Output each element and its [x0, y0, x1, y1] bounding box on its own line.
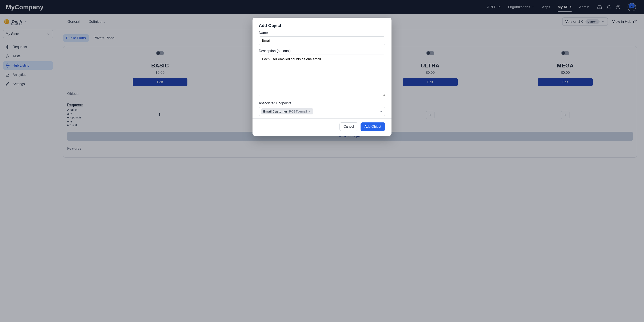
name-field-label: Name: [259, 31, 385, 35]
associated-endpoints-select[interactable]: Email Customer POST /email ✕: [259, 107, 385, 116]
endpoint-chip-name: Email Customer: [263, 110, 287, 113]
endpoint-chip: Email Customer POST /email ✕: [261, 108, 313, 114]
chevron-down-icon: [380, 110, 383, 113]
description-field-label: Description (optional): [259, 49, 385, 53]
modal-title: Add Object: [259, 23, 385, 28]
endpoint-chip-detail: POST /email: [289, 110, 307, 113]
description-textarea[interactable]: [259, 55, 385, 96]
chip-remove-icon[interactable]: ✕: [308, 110, 311, 113]
add-object-submit-button[interactable]: Add Object: [360, 122, 385, 131]
cancel-button[interactable]: Cancel: [340, 122, 358, 131]
modal-divider: [252, 118, 392, 119]
name-input[interactable]: [259, 37, 385, 45]
endpoints-field-label: Associated Endpoints: [259, 101, 385, 105]
modal-overlay[interactable]: Add Object Name Description (optional) A…: [0, 0, 644, 165]
add-object-modal: Add Object Name Description (optional) A…: [252, 18, 392, 136]
